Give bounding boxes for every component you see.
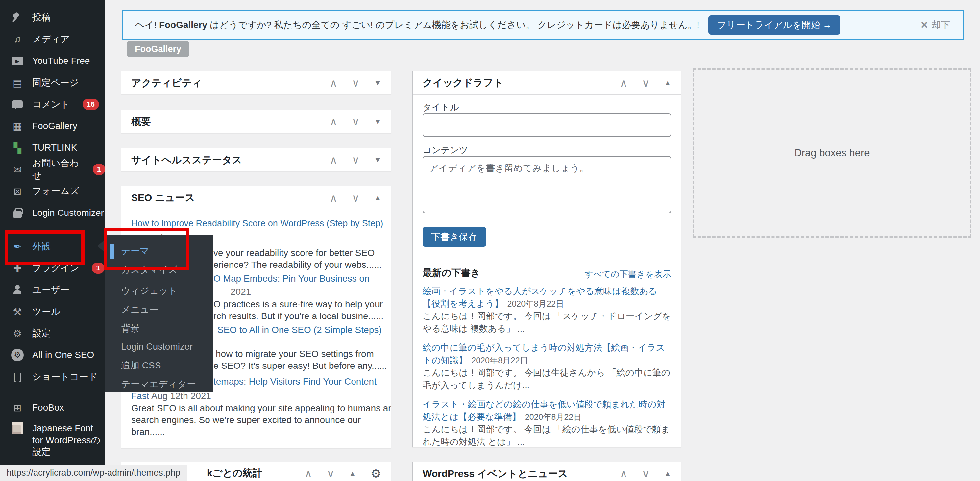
move-up-icon[interactable]: ∧: [620, 76, 627, 89]
move-up-icon[interactable]: ∧: [620, 468, 627, 480]
draft-title-input[interactable]: [423, 113, 671, 137]
draft-excerpt: こんにちは！岡部です。 今回は生徒さんから 「絵の中に筆の毛が入ってしまうんだけ…: [423, 366, 672, 392]
toggle-expanded-icon[interactable]: ▲: [374, 194, 381, 202]
draft-link[interactable]: 絵の中に筆の毛が入ってしまう時の対処方法【絵画・イラストの知識】: [423, 343, 665, 365]
news-date: 2021: [231, 286, 251, 298]
sidebar-item-users[interactable]: ユーザー: [0, 279, 105, 301]
sidebar-item-japanese-font[interactable]: Japanese Font for WordPressの設定: [0, 419, 105, 462]
move-up-icon[interactable]: ∧: [329, 76, 337, 89]
toggle-collapsed-icon[interactable]: ▼: [374, 118, 381, 126]
widget-quick-draft: クイックドラフト ∧ ∨ ▲ タイトル コンテンツ 下書き保存 最新の下書き す…: [412, 71, 681, 448]
sidebar-item-login-customizer[interactable]: Login Customizer: [0, 202, 105, 224]
sidebar-item-tools[interactable]: ⚒ ツール: [0, 301, 105, 322]
widget-header[interactable]: 概要 ∧ ∨ ▼: [121, 110, 391, 133]
drop-zone-label: Drag boxes here: [794, 147, 870, 159]
draft-content-textarea[interactable]: [423, 156, 671, 213]
move-down-icon[interactable]: ∨: [327, 468, 334, 480]
move-down-icon[interactable]: ∨: [642, 468, 649, 480]
dismiss-notice-button[interactable]: × 却下: [921, 18, 950, 32]
submenu-item-additional-css[interactable]: 追加 CSS: [105, 357, 213, 374]
news-snippet: how to migrate your SEO settings from: [216, 348, 374, 360]
news-snippet: bran......: [131, 426, 165, 438]
sidebar-item-youtube-free[interactable]: ▶ YouTube Free: [0, 50, 105, 72]
sidebar-item-turtlink[interactable]: ▚ TURTLINK: [0, 137, 105, 159]
view-all-drafts-link[interactable]: すべての下書きを表示: [584, 268, 671, 280]
toggle-expanded-icon[interactable]: ▲: [664, 470, 671, 478]
aioseo-gear-icon: ⚙: [10, 349, 25, 361]
move-up-icon[interactable]: ∧: [329, 192, 337, 204]
news-snippet: rch results. But if you're a local busin…: [213, 310, 383, 322]
submenu-item-widgets[interactable]: ウィジェット: [105, 282, 213, 299]
submenu-item-theme-editor[interactable]: テーマエディター: [105, 376, 213, 393]
sidebar-item-contact[interactable]: ✉ お問い合わせ 1: [0, 159, 105, 180]
widget-header[interactable]: クイックドラフト ∧ ∨ ▲: [413, 71, 681, 95]
news-snippet: erience? The readability of your webs...…: [213, 259, 382, 271]
sidebar-item-forms[interactable]: ⊠ フォームズ: [0, 180, 105, 202]
move-down-icon[interactable]: ∨: [352, 115, 360, 128]
save-draft-button[interactable]: 下書き保存: [423, 227, 486, 247]
settings-icon: ⚙: [10, 328, 25, 339]
dismiss-label: 却下: [932, 19, 950, 31]
sidebar-item-foogallery[interactable]: ▦ FooGallery: [0, 115, 105, 137]
annotation-box-appearance: [5, 230, 84, 265]
toggle-expanded-icon[interactable]: ▲: [349, 470, 356, 478]
foogallery-promo-notice: ヘイ! FooGallery はどうですか? 私たちの全ての すごい! のプレミ…: [123, 10, 964, 40]
submenu-item-menus[interactable]: メニュー: [105, 301, 213, 318]
news-link[interactable]: O Map Embeds: Pin Your Business on: [213, 273, 370, 285]
widget-drop-zone[interactable]: Drag boxes here: [692, 68, 972, 237]
gear-icon[interactable]: ⚙: [371, 467, 381, 481]
comments-count-badge: 16: [83, 99, 99, 110]
sidebar-item-label: YouTube Free: [32, 56, 90, 66]
sidebar-item-label: TURTLINK: [32, 142, 77, 153]
sidebar-item-shortcode[interactable]: [ ] ショートコード: [0, 366, 105, 387]
divider: [413, 258, 681, 258]
sidebar-item-label: コメント: [32, 98, 70, 110]
toggle-expanded-icon[interactable]: ▲: [664, 79, 671, 87]
submenu-item-background[interactable]: 背景: [105, 320, 213, 337]
draft-excerpt: こんにちは！岡部です。 今回は 「絵の仕事を低い値段で頼まれた時の対処法 とは」…: [423, 423, 672, 448]
status-bar-url: https://acrylicrab.com/wp-admin/themes.p…: [0, 465, 187, 481]
toggle-collapsed-icon[interactable]: ▼: [374, 79, 381, 87]
sidebar-item-aioseo[interactable]: ⚙ All in One SEO: [0, 344, 105, 366]
sidebar-item-pages[interactable]: ▤ 固定ページ: [0, 72, 105, 94]
media-icon: ♫: [10, 33, 25, 45]
wordpress-dashboard: 投稿 ♫ メディア ▶ YouTube Free ▤ 固定ページ コメント 16…: [0, 0, 980, 481]
move-down-icon[interactable]: ∨: [352, 192, 360, 204]
wrench-icon: ⚒: [10, 306, 25, 317]
comment-icon: [10, 100, 25, 108]
widget-header[interactable]: サイトヘルスステータス ∧ ∨ ▼: [121, 148, 391, 171]
sidebar-item-label: All in One SEO: [32, 350, 94, 360]
sidebar-item-label: 設定: [32, 327, 51, 339]
move-down-icon[interactable]: ∨: [642, 76, 649, 89]
news-link[interactable]: SEO to All in One SEO (2 Simple Steps): [217, 324, 382, 336]
submenu-item-login-customizer[interactable]: Login Customizer: [105, 338, 213, 355]
toggle-collapsed-icon[interactable]: ▼: [374, 156, 381, 164]
sidebar-item-media[interactable]: ♫ メディア: [0, 28, 105, 50]
move-down-icon[interactable]: ∨: [352, 76, 360, 89]
notice-brand: FooGallery: [159, 20, 207, 30]
foogallery-tag: FooGallery: [127, 41, 189, 57]
foobox-grid-icon: ⊞: [10, 402, 25, 414]
widget-header[interactable]: アクティビティ ∧ ∨ ▼: [121, 71, 391, 94]
draft-date: 2020年8月22日: [525, 412, 581, 422]
move-up-icon[interactable]: ∧: [329, 154, 337, 166]
widget-events-partial: WordPress イベントとニュース ∧ ∨ ▲: [412, 462, 681, 481]
sidebar-item-settings[interactable]: ⚙ 設定: [0, 322, 105, 344]
move-down-icon[interactable]: ∨: [352, 154, 360, 166]
sidebar-item-posts[interactable]: 投稿: [0, 6, 105, 28]
sidebar-item-comments[interactable]: コメント 16: [0, 94, 105, 115]
move-up-icon[interactable]: ∧: [329, 115, 337, 128]
move-up-icon[interactable]: ∧: [304, 468, 312, 480]
start-free-trial-button[interactable]: フリートライアルを開始 →: [708, 16, 840, 35]
draft-item: 絵の中に筆の毛が入ってしまう時の対処方法【絵画・イラストの知識】2020年8月2…: [423, 341, 672, 392]
news-snippet: Great SEO is all about making your site …: [131, 402, 391, 414]
draft-date: 2020年8月22日: [471, 356, 528, 365]
widget-header[interactable]: SEO ニュース ∧ ∨ ▲: [121, 186, 391, 210]
news-link[interactable]: temaps: Help Visitors Find Your Content: [213, 376, 377, 387]
video-play-icon: ▶: [10, 57, 25, 65]
sidebar-item-label: ツール: [32, 305, 60, 318]
sidebar-item-foobox[interactable]: ⊞ FooBox: [0, 397, 105, 419]
widget-header[interactable]: WordPress イベントとニュース ∧ ∨ ▲: [413, 462, 681, 481]
contact-count-badge: 1: [93, 164, 105, 175]
news-snippet: ve your readability score for better SEO: [213, 247, 375, 259]
